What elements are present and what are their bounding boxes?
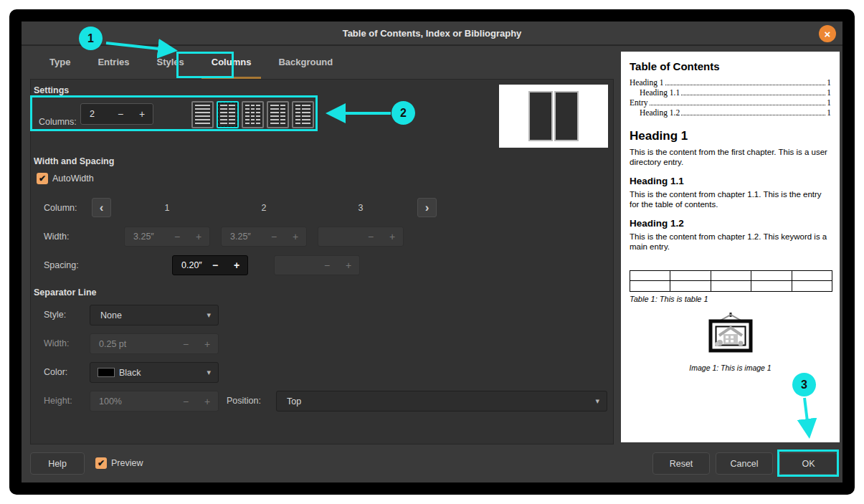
screenshot-page: Table of Contents, Index or Bibliography… [0,0,864,504]
reset-button[interactable]: Reset [652,452,710,475]
tab-entries[interactable]: Entries [87,47,139,79]
preview-checkbox[interactable]: ✔ Preview [95,457,143,469]
chevron-left-icon: ‹ [100,201,104,215]
help-button[interactable]: Help [30,452,85,475]
separator-position-dropdown[interactable]: Top ▾ [276,391,607,412]
ok-button[interactable]: OK [779,452,837,475]
cancel-button[interactable]: Cancel [716,452,773,475]
toc-dot-leader [650,105,826,105]
autowidth-checkbox[interactable]: ✔ AutoWidth [37,173,94,184]
plus-icon: + [285,231,306,242]
columns-count-stepper[interactable]: 2 − + [80,103,153,125]
column-layout-presets [191,101,314,128]
preview-body-1-2: This is the content from chapter 1.2. Th… [630,232,831,252]
preview-label: Preview [111,458,143,468]
toc-entry-page: 1 [827,108,831,118]
width-stepper-2: 3.25″ − + [221,227,307,247]
column-number-2: 2 [221,203,307,213]
spacing-stepper-2: − + [274,255,360,275]
spacing-stepper-1[interactable]: 0.20″ − + [172,255,248,275]
separator-section-label: Separator Line [34,287,97,298]
dialog-window-frame: Table of Contents, Index or Bibliography… [9,9,855,495]
column-prev-button[interactable]: ‹ [92,198,111,217]
width-stepper-1: 3.25″ − + [124,227,210,247]
preset-three-columns-icon[interactable] [242,101,264,128]
toc-entry: Heading 1.2 1 [630,108,831,118]
close-icon: × [825,28,831,40]
tab-bar: Type Entries Styles Columns Background [22,47,614,79]
columns-count-label: Columns: [39,117,77,127]
width-value-1: 3.25″ [125,232,166,242]
plus-icon[interactable]: + [131,108,153,120]
toc-entry-page: 1 [827,98,831,108]
tab-styles[interactable]: Styles [146,47,194,79]
columns-count-value: 2 [81,109,110,119]
checkbox-checked-icon: ✔ [95,457,107,469]
preview-heading-1-1: Heading 1.1 [630,176,831,186]
preview-body-1: This is the content from the first chapt… [630,147,831,167]
separator-width-stepper: 0.25 pt − + [90,333,219,354]
toc-dot-leader [665,85,826,85]
chevron-down-icon: ▾ [206,368,211,377]
tab-background[interactable]: Background [268,47,343,79]
preset-right-wide-icon[interactable] [292,101,314,128]
minus-icon[interactable]: − [110,108,131,120]
plus-icon: + [196,396,218,407]
preset-two-columns-icon[interactable] [217,101,239,128]
toc-entry-text: Heading 1 [630,77,664,87]
column-next-button[interactable]: › [417,198,437,217]
toc-entry: Entry 1 [630,98,831,108]
separator-color-dropdown[interactable]: Black ▾ [90,362,219,383]
columns-tab-panel: Settings Columns: 2 − + [30,79,614,444]
toc-entry-text: Entry [630,98,648,108]
plus-icon[interactable]: + [226,260,247,271]
tab-type[interactable]: Type [39,47,80,79]
separator-position-value: Top [284,396,595,406]
preset-left-wide-icon[interactable] [267,101,289,128]
plus-icon: + [381,231,403,242]
dialog-title: Table of Contents, Index or Bibliography [343,28,522,39]
separator-width-value: 0.25 pt [90,339,175,349]
preview-toc-title: Table of Contents [630,60,831,72]
toc-entry: Heading 1.1 1 [630,87,831,98]
close-button[interactable]: × [819,25,836,42]
separator-height-label: Height: [44,396,72,406]
plus-icon: + [188,231,209,242]
plus-icon: + [196,338,218,350]
separator-height-stepper: 100% − + [90,391,219,412]
annotation-badge-2: 2 [391,101,415,125]
spacing-value-1: 0.20″ [173,260,204,270]
toc-entry-page: 1 [827,87,831,98]
preview-body-1-1: This is the content from chapter 1.1. Th… [630,189,831,209]
chevron-right-icon: › [425,201,429,215]
minus-icon[interactable]: − [204,260,226,271]
autowidth-label: AutoWidth [52,173,94,184]
separator-height-value: 100% [90,396,175,406]
separator-position-label: Position: [227,396,261,406]
column-number-1: 1 [124,203,210,213]
separator-width-label: Width: [44,338,69,348]
column-number-3: 3 [318,203,404,213]
columns-preview-thumbnail [499,85,608,148]
framed-picture-icon [630,312,831,359]
toc-entry-text: Heading 1.2 [640,108,680,118]
spacing-row-label: Spacing: [44,260,79,270]
minus-icon: − [175,396,196,407]
separator-style-dropdown[interactable]: None ▾ [90,305,219,325]
width-spacing-section-label: Width and Spacing [34,156,114,166]
separator-color-label: Color: [44,367,67,377]
chevron-down-icon: ▾ [595,396,599,406]
toc-entry: Heading 1 1 [630,77,831,87]
plus-icon: + [338,260,359,271]
width-row-label: Width: [44,232,69,242]
toc-entry-page: 1 [827,77,831,87]
preset-one-column-icon[interactable] [191,101,214,128]
thumbnail-column-1 [528,91,553,141]
annotation-badge-3: 3 [792,373,816,396]
annotation-badge-1: 1 [79,27,103,50]
minus-icon: − [175,338,196,350]
preview-table [630,270,832,292]
tab-columns[interactable]: Columns [201,47,262,79]
preview-heading-1: Heading 1 [630,129,831,143]
preview-heading-1-2: Heading 1.2 [630,218,831,229]
